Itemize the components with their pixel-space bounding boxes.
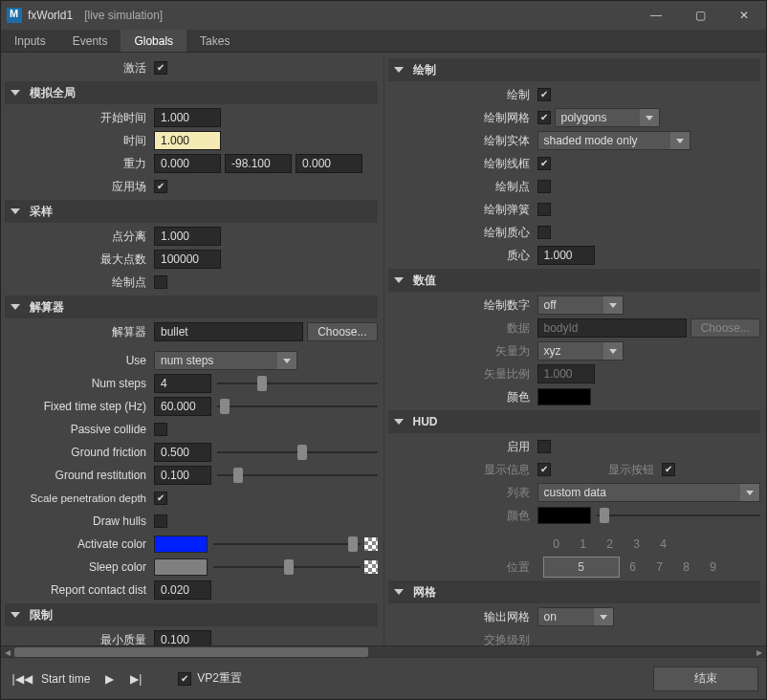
scroll-right-icon[interactable]: ▸ [753,646,766,658]
use-scene-checkbox[interactable] [154,180,167,193]
draw-entity-select[interactable]: shaded mode only [537,131,690,150]
show-info-checkbox[interactable] [537,463,551,476]
chevron-down-icon [740,484,759,501]
go-to-start-button[interactable]: |◀◀ [11,668,33,689]
tab-bar: Inputs Events Globals Takes [1,30,766,53]
chevron-down-icon [594,608,613,625]
ground-rest-field[interactable]: 0.100 [154,466,211,485]
tab-takes[interactable]: Takes [186,30,243,52]
section-sim-global[interactable]: 模拟全局 [5,81,378,104]
ground-friction-field[interactable]: 0.500 [154,443,211,462]
pos-cell-0[interactable]: 0 [543,534,570,555]
section-mesh[interactable]: 网格 [388,580,761,603]
vec-as-select: xyz [537,341,624,361]
activate-color-slider[interactable] [213,535,361,554]
sleep-color-swatch[interactable] [154,558,208,576]
min-mass-field[interactable]: 0.100 [154,630,211,645]
hud-color-swatch[interactable] [537,507,591,524]
draw-checkbox[interactable] [537,88,551,101]
right-panel: 绘制 绘制 绘制网格polygons 绘制实体shaded mode only … [384,53,767,645]
end-button[interactable]: 结束 [653,667,758,691]
chevron-down-icon [603,296,623,314]
pos-cell-7[interactable]: 7 [646,557,673,578]
draw-mesh-checkbox[interactable] [537,111,551,124]
tab-inputs[interactable]: Inputs [1,30,59,52]
horizontal-scrollbar[interactable]: ◂ ▸ [1,645,766,657]
scroll-left-icon[interactable]: ◂ [1,646,14,658]
close-button[interactable]: ✕ [722,1,766,30]
gravity-z-field[interactable]: 0.000 [296,154,362,173]
pos-cell-8[interactable]: 8 [673,557,700,578]
report-contact-field[interactable]: 0.020 [154,580,211,600]
section-draw[interactable]: 绘制 [388,58,761,81]
tab-events[interactable]: Events [59,30,121,52]
activate-color-swatch[interactable] [154,536,208,553]
play-button[interactable]: ▶ [99,668,120,689]
pos-cell-3[interactable]: 3 [624,534,650,555]
section-hud[interactable]: HUD [388,410,761,433]
pos-cell-5[interactable]: 5 [543,557,620,578]
hud-list-select: custom data [537,483,761,502]
maximize-button[interactable]: ▢ [678,1,722,30]
section-numeric[interactable]: 数值 [388,269,761,292]
minimize-button[interactable]: — [634,1,678,30]
tab-globals[interactable]: Globals [121,30,186,52]
chevron-down-icon [11,612,20,618]
chevron-down-icon [11,304,20,310]
chevron-down-icon [670,132,690,149]
time-field[interactable]: 1.000 [154,131,221,150]
choose-solver-button[interactable]: Choose... [307,322,377,341]
draw-wire-checkbox[interactable] [537,157,551,170]
pos-cell-9[interactable]: 9 [700,557,727,578]
section-sampling[interactable]: 采样 [5,200,378,223]
pos-cell-1[interactable]: 1 [570,534,597,555]
draw-pts-checkbox[interactable] [537,180,551,193]
fixed-ts-slider[interactable] [217,397,378,416]
app-icon [7,8,22,23]
draw-spring-checkbox[interactable] [537,203,551,216]
pos-cell-6[interactable]: 6 [620,557,646,578]
draw-points-checkbox[interactable] [154,275,167,289]
hud-color-slider[interactable] [597,506,761,525]
centroid-field[interactable]: 1.000 [537,246,595,265]
hud-pos-grid2: 5 6 7 8 9 [543,557,727,578]
vp2-reset-checkbox[interactable] [178,672,191,686]
numeric-color-swatch[interactable] [537,388,591,405]
fixed-ts-field[interactable]: 60.000 [154,397,211,416]
sleep-color-slider[interactable] [213,558,361,577]
passive-collide-checkbox[interactable] [154,423,167,436]
show-btn-checkbox[interactable] [662,463,675,476]
point-sep-field[interactable]: 1.000 [154,227,221,246]
draw-centroid-checkbox[interactable] [537,226,551,239]
chevron-down-icon [394,589,404,595]
num-steps-field[interactable]: 4 [154,374,211,393]
chevron-down-icon [394,277,404,283]
section-solver[interactable]: 解算器 [5,295,378,318]
draw-num-select[interactable]: off [537,295,624,315]
chevron-down-icon [640,109,659,126]
vp2-reset-label: VP2重置 [197,670,242,687]
ground-friction-slider[interactable] [217,443,378,462]
ground-rest-slider[interactable] [217,466,378,485]
window-title: fxWorld1 [28,9,73,22]
out-mesh-select[interactable]: on [537,607,614,626]
gravity-y-field[interactable]: -98.100 [225,154,292,173]
start-time-field[interactable]: 1.000 [154,108,221,127]
pos-cell-2[interactable]: 2 [597,534,624,555]
solver-field[interactable]: bullet [154,322,303,341]
alpha-checker-icon[interactable] [364,560,378,574]
draw-hulls-checkbox[interactable] [154,514,167,528]
scroll-thumb[interactable] [14,647,368,657]
scale-pen-checkbox[interactable] [154,492,167,505]
hud-enabled-checkbox[interactable] [537,440,551,453]
step-forward-button[interactable]: ▶| [125,668,146,689]
max-points-field[interactable]: 100000 [154,250,221,269]
section-limit[interactable]: 限制 [5,603,378,626]
gravity-x-field[interactable]: 0.000 [154,154,221,173]
alpha-checker-icon[interactable] [364,537,378,551]
use-select[interactable]: num steps [154,351,297,370]
pos-cell-4[interactable]: 4 [650,534,677,555]
draw-mesh-mode-select[interactable]: polygons [555,108,660,127]
activate-checkbox[interactable] [154,61,167,75]
num-steps-slider[interactable] [217,374,378,393]
